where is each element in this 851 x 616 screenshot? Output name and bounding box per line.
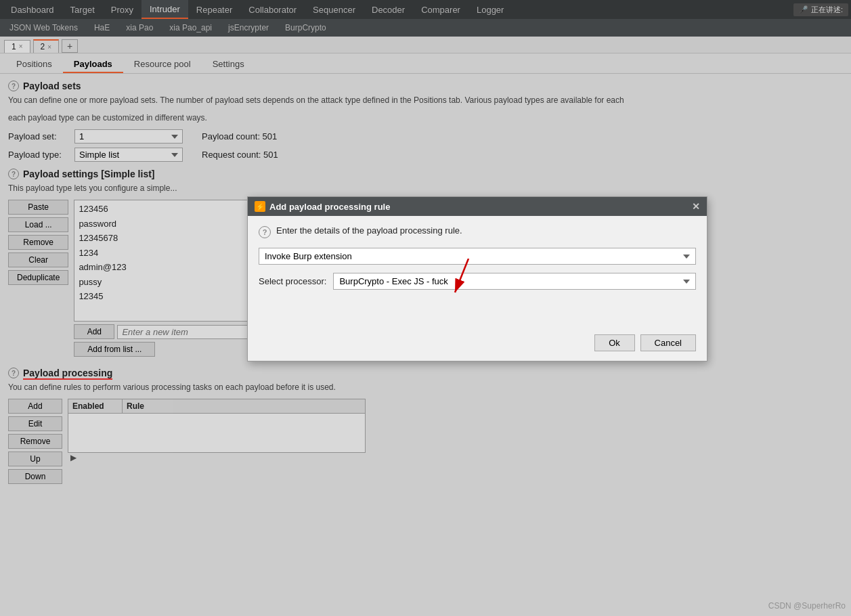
processor-label: Select processor: <box>259 276 326 286</box>
dialog-body: ? Enter the details of the payload proce… <box>248 216 707 329</box>
dialog-info-row: ? Enter the details of the payload proce… <box>259 225 696 238</box>
dialog-footer: Ok Cancel <box>248 329 707 361</box>
add-payload-processing-dialog: ⚡ Add payload processing rule ✕ ? Enter … <box>247 196 707 361</box>
dialog-overlay: ⚡ Add payload processing rule ✕ ? Enter … <box>0 0 851 616</box>
red-arrow-annotation <box>448 259 516 306</box>
dialog-info-icon: ? <box>259 226 271 238</box>
svg-line-1 <box>455 259 468 292</box>
dialog-titlebar: ⚡ Add payload processing rule ✕ <box>248 197 707 216</box>
dialog-title-icon: ⚡ <box>255 201 265 212</box>
dialog-close-button[interactable]: ✕ <box>692 201 700 212</box>
dialog-title: Add payload processing rule <box>269 202 390 212</box>
annotation-area <box>259 299 696 320</box>
dialog-info-text: Enter the details of the payload process… <box>276 225 462 236</box>
dialog-ok-button[interactable]: Ok <box>594 334 635 351</box>
dialog-cancel-button[interactable]: Cancel <box>640 334 696 351</box>
